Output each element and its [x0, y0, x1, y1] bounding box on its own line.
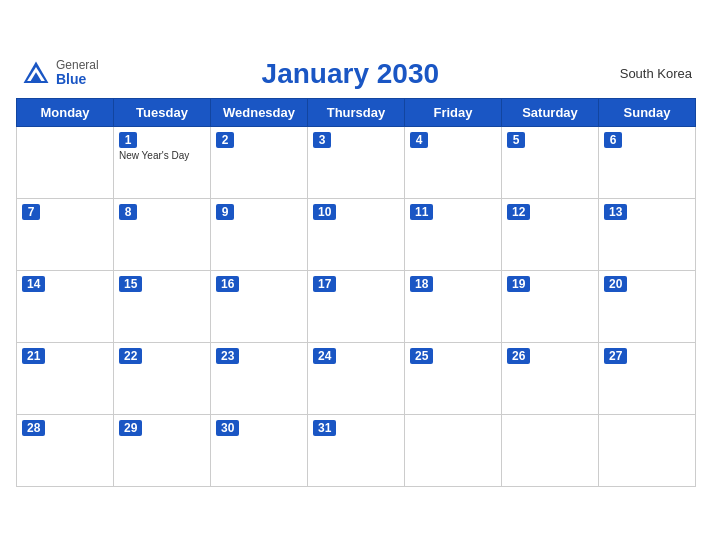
day-number: 2 [216, 132, 234, 148]
header-thursday: Thursday [308, 98, 405, 126]
header-sunday: Sunday [599, 98, 696, 126]
calendar-body: 1New Year's Day2345678910111213141516171… [17, 126, 696, 486]
calendar-day-cell: 29 [114, 414, 211, 486]
calendar-day-cell: 10 [308, 198, 405, 270]
day-number: 16 [216, 276, 239, 292]
calendar-week-row: 1New Year's Day23456 [17, 126, 696, 198]
calendar-day-cell: 23 [211, 342, 308, 414]
calendar-wrapper: General Blue January 2030 South Korea Mo… [0, 48, 712, 503]
logo: General Blue [20, 58, 99, 90]
day-number: 13 [604, 204, 627, 220]
country-label: South Korea [602, 66, 692, 81]
calendar-day-cell: 13 [599, 198, 696, 270]
day-number: 29 [119, 420, 142, 436]
day-number: 30 [216, 420, 239, 436]
day-number: 14 [22, 276, 45, 292]
weekday-header-row: Monday Tuesday Wednesday Thursday Friday… [17, 98, 696, 126]
calendar-day-cell: 8 [114, 198, 211, 270]
day-number: 10 [313, 204, 336, 220]
calendar-day-cell: 5 [502, 126, 599, 198]
calendar-day-cell: 2 [211, 126, 308, 198]
calendar-thead: Monday Tuesday Wednesday Thursday Friday… [17, 98, 696, 126]
calendar-day-cell [502, 414, 599, 486]
calendar-day-cell [17, 126, 114, 198]
calendar-day-cell: 12 [502, 198, 599, 270]
calendar-day-cell: 20 [599, 270, 696, 342]
day-number: 8 [119, 204, 137, 220]
calendar-day-cell: 24 [308, 342, 405, 414]
day-number: 5 [507, 132, 525, 148]
calendar-day-cell: 22 [114, 342, 211, 414]
calendar-day-cell: 19 [502, 270, 599, 342]
day-number: 12 [507, 204, 530, 220]
calendar-day-cell: 7 [17, 198, 114, 270]
calendar-day-cell: 30 [211, 414, 308, 486]
calendar-day-cell: 11 [405, 198, 502, 270]
calendar-day-cell: 17 [308, 270, 405, 342]
calendar-day-cell: 27 [599, 342, 696, 414]
calendar-day-cell [405, 414, 502, 486]
day-number: 21 [22, 348, 45, 364]
calendar-day-cell: 3 [308, 126, 405, 198]
day-number: 19 [507, 276, 530, 292]
day-number: 6 [604, 132, 622, 148]
day-number: 15 [119, 276, 142, 292]
day-number: 31 [313, 420, 336, 436]
header-monday: Monday [17, 98, 114, 126]
holiday-label: New Year's Day [119, 150, 205, 161]
day-number: 23 [216, 348, 239, 364]
header-wednesday: Wednesday [211, 98, 308, 126]
calendar-week-row: 28293031 [17, 414, 696, 486]
calendar-day-cell: 9 [211, 198, 308, 270]
calendar-day-cell: 18 [405, 270, 502, 342]
calendar-day-cell: 21 [17, 342, 114, 414]
day-number: 7 [22, 204, 40, 220]
calendar-table: Monday Tuesday Wednesday Thursday Friday… [16, 98, 696, 487]
day-number: 11 [410, 204, 433, 220]
calendar-day-cell: 14 [17, 270, 114, 342]
day-number: 26 [507, 348, 530, 364]
calendar-day-cell: 4 [405, 126, 502, 198]
calendar-day-cell: 15 [114, 270, 211, 342]
day-number: 25 [410, 348, 433, 364]
header-tuesday: Tuesday [114, 98, 211, 126]
day-number: 28 [22, 420, 45, 436]
calendar-day-cell: 26 [502, 342, 599, 414]
day-number: 17 [313, 276, 336, 292]
day-number: 9 [216, 204, 234, 220]
generalblue-logo-icon [20, 58, 52, 90]
calendar-header: General Blue January 2030 South Korea [16, 58, 696, 90]
calendar-title: January 2030 [99, 58, 602, 90]
header-friday: Friday [405, 98, 502, 126]
day-number: 4 [410, 132, 428, 148]
day-number: 22 [119, 348, 142, 364]
calendar-day-cell [599, 414, 696, 486]
calendar-week-row: 21222324252627 [17, 342, 696, 414]
day-number: 24 [313, 348, 336, 364]
day-number: 3 [313, 132, 331, 148]
day-number: 1 [119, 132, 137, 148]
calendar-day-cell: 28 [17, 414, 114, 486]
day-number: 20 [604, 276, 627, 292]
calendar-week-row: 78910111213 [17, 198, 696, 270]
day-number: 27 [604, 348, 627, 364]
logo-blue-label: Blue [56, 72, 99, 87]
calendar-week-row: 14151617181920 [17, 270, 696, 342]
logo-text: General Blue [56, 59, 99, 88]
day-number: 18 [410, 276, 433, 292]
calendar-day-cell: 1New Year's Day [114, 126, 211, 198]
calendar-day-cell: 25 [405, 342, 502, 414]
calendar-day-cell: 16 [211, 270, 308, 342]
calendar-day-cell: 31 [308, 414, 405, 486]
header-saturday: Saturday [502, 98, 599, 126]
calendar-day-cell: 6 [599, 126, 696, 198]
